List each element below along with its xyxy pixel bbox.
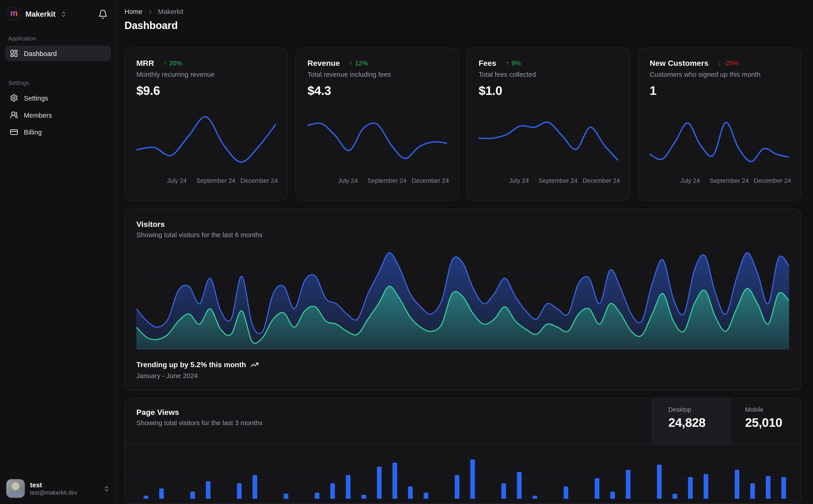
sidebar-item-label: Members [24,111,52,119]
sidebar-item-members[interactable]: Members [5,107,111,123]
stat-description: Total fees collected [479,71,618,78]
bar [673,494,677,499]
bar [392,463,397,499]
bar [377,467,381,499]
bar [688,477,693,499]
app-root: m Makerkit Application Dashboard Setting… [0,0,813,504]
page-title: Dashboard [124,20,801,32]
bar [626,470,631,499]
bell-icon[interactable] [98,9,108,19]
breadcrumb-home-link[interactable]: Home [124,8,142,16]
page-views-bar-chart [125,445,800,499]
stats-grid: MRR ↑20% Monthly recurring revenue $9.6 … [124,48,801,201]
stat-description: Total revenue including fees [307,71,447,78]
user-email: test@makerkit.dev [30,490,77,496]
revenue-line-chart [307,111,447,173]
trend-badge: ↑9% [506,59,521,67]
bar [455,475,459,499]
gridline [125,479,800,480]
page-views-header: Page Views Showing total visitors for th… [125,398,800,445]
bar [563,487,568,499]
visitors-area-chart [136,248,789,350]
mobile-label: Mobile [745,406,801,414]
stat-title: Revenue [307,59,340,68]
logo-letter: m [10,9,18,18]
stat-value: 1 [650,84,789,98]
x-axis-labels: July 24September 24December 24 [136,177,276,186]
breadcrumb-current: Makerkit [158,8,183,16]
new-customers-line-chart [650,111,789,173]
stat-description: Monthly recurring revenue [136,71,276,78]
user-meta: test test@makerkit.dev [30,481,77,496]
mrr-line-chart [136,111,276,173]
chevron-right-icon [147,8,153,15]
makerkit-logo[interactable]: m [7,7,21,21]
bar [408,487,413,499]
users-icon [10,111,18,119]
sidebar-item-label: Settings [24,94,48,102]
workspace-header: m Makerkit [0,0,116,26]
stat-value: $4.3 [307,84,447,98]
visitors-date-range: January - June 2024 [136,372,789,380]
user-avatar [6,479,25,498]
trending-up-icon [250,361,259,369]
x-axis-labels: July 24September 24December 24 [307,177,447,186]
desktop-label: Desktop [668,406,730,414]
main-content: Home Makerkit Dashboard MRR ↑20% Monthly… [117,0,813,504]
breadcrumb: Home Makerkit [124,8,801,16]
bar [501,483,506,499]
bar [532,496,537,499]
chevrons-up-down-icon[interactable] [60,11,67,17]
nav-section-settings: Settings [8,80,108,86]
bar [237,483,242,499]
bar [470,460,475,499]
bar [206,481,211,499]
chevrons-up-down-icon [103,485,110,492]
stat-title: Fees [479,59,496,68]
workspace-name[interactable]: Makerkit [25,10,56,18]
bar [657,465,662,499]
user-menu[interactable]: test test@makerkit.dev [0,474,116,504]
x-axis-labels: July 24September 24December 24 [650,177,789,186]
sidebar: m Makerkit Application Dashboard Setting… [0,0,117,504]
sidebar-item-label: Dashboard [24,50,57,57]
bar [704,474,708,499]
visitors-card: Visitors Showing total visitors for the … [124,209,801,391]
settings-icon [10,94,18,102]
bar [144,496,148,499]
stat-value: $9.6 [136,84,276,98]
visitors-title: Visitors [136,220,789,229]
stat-card-new-customers: New Customers ↓-25% Customers who signed… [638,48,801,201]
stat-card-mrr: MRR ↑20% Monthly recurring revenue $9.6 … [124,48,288,201]
bar [595,478,599,499]
stat-title: MRR [136,59,154,68]
bar [611,492,615,499]
trend-badge: ↑12% [349,59,368,67]
page-views-card: Page Views Showing total visitors for th… [124,398,801,504]
bar [750,483,755,499]
fees-line-chart [479,111,618,173]
stat-title: New Customers [650,59,709,68]
device-toggle-group: Desktop 24,828 Mobile 25,010 [652,398,801,444]
bar [159,489,164,499]
credit-card-icon [10,128,18,136]
visitors-subtitle: Showing total visitors for the last 6 mo… [136,231,789,239]
bar [253,475,257,499]
page-views-subtitle: Showing total visitors for the last 3 mo… [136,419,640,427]
bar [190,492,195,499]
sidebar-item-billing[interactable]: Billing [5,124,111,140]
sidebar-item-label: Billing [24,128,42,136]
stat-card-fees: Fees ↑9% Total fees collected $1.0 July … [466,48,630,201]
sidebar-item-settings[interactable]: Settings [5,90,111,106]
visitors-trend-text: Trending up by 5.2% this month [136,361,246,369]
bar [517,472,521,499]
desktop-toggle[interactable]: Desktop 24,828 [652,398,730,444]
trend-badge: ↓-25% [718,59,739,67]
mobile-toggle[interactable]: Mobile 25,010 [730,398,800,444]
bar [361,495,366,499]
user-name: test [30,481,77,489]
page-views-title: Page Views [136,408,640,417]
bar [315,493,319,499]
stat-card-revenue: Revenue ↑12% Total revenue including fee… [296,48,459,201]
sidebar-item-dashboard[interactable]: Dashboard [5,46,111,61]
